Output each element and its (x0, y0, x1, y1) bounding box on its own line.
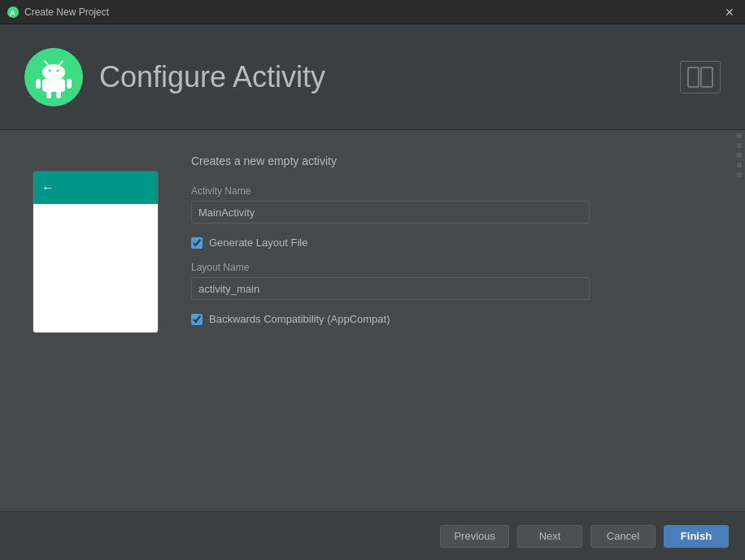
layout-name-input[interactable] (191, 277, 590, 300)
svg-point-5 (57, 69, 59, 72)
finish-button[interactable]: Finish (664, 525, 729, 548)
layout-name-label: Layout Name (191, 262, 712, 273)
generate-layout-row: Generate Layout File (191, 237, 712, 249)
phone-preview: ← (33, 171, 159, 333)
svg-point-4 (49, 69, 51, 72)
backwards-compat-row: Backwards Compatibility (AppCompat) (191, 313, 712, 325)
cancel-button[interactable]: Cancel (590, 525, 656, 548)
android-logo (24, 48, 83, 106)
phone-content (33, 204, 158, 332)
form-subtitle: Creates a new empty activity (191, 154, 712, 167)
side-decoration (734, 130, 745, 180)
svg-rect-10 (67, 79, 72, 89)
android-studio-icon: A (7, 6, 20, 19)
svg-rect-14 (701, 67, 712, 87)
svg-rect-12 (56, 90, 61, 98)
form-area: Creates a new empty activity Activity Na… (191, 154, 712, 338)
generate-layout-label[interactable]: Generate Layout File (209, 237, 307, 249)
svg-rect-13 (688, 67, 699, 87)
previous-button[interactable]: Previous (440, 525, 509, 548)
backwards-compat-checkbox[interactable] (191, 314, 203, 325)
svg-rect-11 (46, 90, 51, 98)
title-bar-left: A Create New Project (7, 6, 109, 19)
page-title: Configure Activity (99, 60, 325, 94)
svg-rect-9 (36, 79, 41, 89)
content-area: ← Creates a new empty activity Activity … (0, 130, 745, 511)
back-arrow-icon: ← (41, 180, 54, 195)
layout-preview-icon (680, 61, 721, 93)
backwards-compat-label[interactable]: Backwards Compatibility (AppCompat) (209, 313, 390, 325)
generate-layout-checkbox[interactable] (191, 237, 203, 249)
footer: Previous Next Cancel Finish (0, 511, 745, 560)
title-bar-title: Create New Project (24, 7, 109, 18)
close-button[interactable]: ✕ (721, 3, 738, 21)
svg-text:A: A (10, 9, 15, 17)
activity-name-label: Activity Name (191, 185, 712, 197)
phone-top-bar: ← (33, 171, 158, 204)
header: Configure Activity (0, 24, 745, 130)
svg-rect-8 (42, 79, 65, 92)
activity-name-input[interactable] (191, 201, 590, 224)
svg-point-3 (42, 64, 65, 80)
next-button[interactable]: Next (517, 525, 582, 548)
title-bar: A Create New Project ✕ (0, 0, 745, 24)
